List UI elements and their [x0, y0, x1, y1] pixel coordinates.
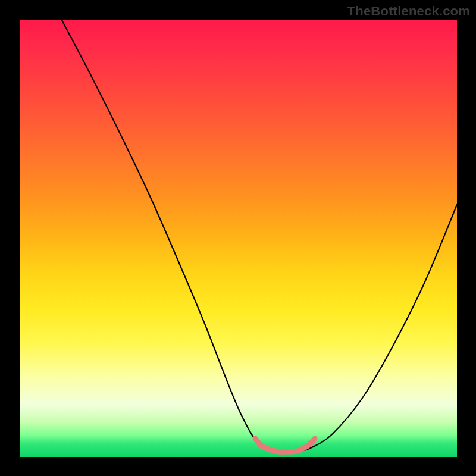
chart-frame: TheBottleneck.com [0, 0, 476, 476]
bottleneck-curve [62, 20, 457, 452]
curve-layer [20, 20, 457, 457]
optimal-range-highlight [255, 439, 315, 452]
watermark-text: TheBottleneck.com [347, 4, 470, 19]
plot-area [20, 20, 457, 457]
